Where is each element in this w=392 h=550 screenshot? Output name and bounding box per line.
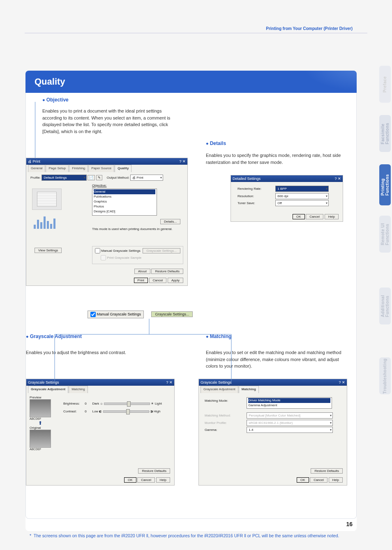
tab-page-setup[interactable]: Page Setup [46,165,69,172]
side-tab-preface[interactable]: Preface [379,66,391,103]
tab-matching[interactable]: Matching [69,386,88,393]
detailed-settings-dialog: Detailed Settings ? ✕ Rendering Rate: 1 … [231,175,343,222]
side-tab-printing[interactable]: Printing Functions [379,164,391,205]
preview-image-top [30,399,51,417]
profile-label: Profile: [30,176,41,179]
side-tab-label: Troubleshooting [383,358,387,394]
side-tab-label: Preface [383,76,387,92]
output-method-select[interactable]: 🖨 Print [130,175,163,181]
about-button[interactable]: About [134,269,150,274]
section-title-text: Quality [35,76,65,87]
help-button[interactable]: Help [156,477,170,483]
brightness-light-label: Light [155,402,162,405]
objective-item-general[interactable]: General [94,189,155,194]
manual-grayscale-checkbox[interactable] [95,248,100,253]
window-titlebar: Grayscale Settings ? ✕ [26,379,174,386]
tab-paper-source[interactable]: Paper Source [88,165,114,172]
tab-finishing[interactable]: Finishing [69,165,88,172]
matching-heading: Matching [206,334,231,339]
matching-mode-item-driver[interactable]: Driver Matching Mode [248,398,330,403]
objective-listbox[interactable]: General Publications Graphics Photos Des… [92,189,157,216]
page-root: Printing from Your Computer (Printer Dri… [0,0,392,550]
objective-field-label: Objective: [92,184,107,187]
objective-item-graphics[interactable]: Graphics [94,199,155,204]
dialog-tabs: Grayscale Adjustment Matching [28,386,173,393]
side-tab-additional[interactable]: Additional Functions [379,288,391,324]
window-title: Grayscale Settings [201,380,232,384]
grayscale-settings-button-disabled: Grayscale Settings... [143,248,180,253]
side-tab-troubleshooting[interactable]: Troubleshooting [379,357,391,394]
contrast-high-icon: ◑ [150,410,153,413]
side-tab-remote[interactable]: Remote UI Functions [379,216,391,253]
sun-dark-icon: ☼ [100,402,103,405]
tab-general[interactable]: General [28,165,45,172]
profile-icon-1[interactable]: 📄 [88,175,95,180]
tab-grayscale-adjustment[interactable]: Grayscale Adjustment [28,386,68,393]
contrast-value: 0 [85,407,91,415]
matching-mode-item-gamma[interactable]: Gamma Adjustment [248,403,330,408]
matching-method-label: Matching Method: [205,412,246,419]
tab-grayscale-adjustment[interactable]: Grayscale Adjustment [201,386,238,393]
gamma-label: Gamma: [205,426,246,434]
tab-matching[interactable]: Matching [239,386,259,393]
matching-mode-label: Matching Mode: [205,397,246,405]
window-titlebar: Grayscale Settings ? ✕ [199,379,347,386]
cancel-button[interactable]: Cancel [149,278,167,283]
callout-grayscale-settings-button[interactable]: Grayscale Settings... [151,311,193,317]
profile-select[interactable]: Default Settings [42,175,87,181]
output-method-value: Print [136,176,143,179]
restore-defaults-button[interactable]: Restore Defaults [151,269,183,274]
gamma-select[interactable]: 1.4 [247,427,333,433]
window-close-icon[interactable]: ? ✕ [334,175,343,182]
grayscale-adjustment-heading: Grayscale Adjustment [26,334,82,339]
ok-button[interactable]: OK [124,477,136,483]
window-title: Grayscale Settings [28,380,59,384]
restore-defaults-button[interactable]: Restore Defaults [311,468,343,474]
window-titlebar: Detailed Settings ? ✕ [231,175,343,182]
callout-manual-grayscale-label: Manual Grayscale Settings [97,312,141,316]
side-tab-label: Remote UI Functions [380,223,390,245]
window-close-icon[interactable]: ? ✕ [339,379,347,386]
window-close-icon[interactable]: ? ✕ [179,158,187,165]
callout-manual-grayscale-checkbox[interactable] [90,312,96,317]
toner-save-select[interactable]: Off [275,200,329,206]
arrow-up-icon: ⬆ [30,420,51,426]
breadcrumb: Printing from Your Computer (Printer Dri… [266,26,353,31]
dialog-tabs: Grayscale Adjustment Matching [201,386,345,393]
content-card: Quality Objective Enables you to print a… [25,71,357,531]
objective-item-designs[interactable]: Designs [CAD] [94,209,155,214]
dialog-tabs: General Page Setup Finishing Paper Sourc… [28,165,186,172]
view-settings-button[interactable]: View Settings [35,248,62,253]
preview-caption-top: ABCDEF [30,417,51,420]
side-tab-facsimile[interactable]: Facsimile Functions [379,115,391,152]
help-button[interactable]: Help [329,477,343,483]
resolution-select[interactable]: 600 dpi [275,193,329,199]
brightness-slider[interactable] [104,403,150,405]
profile-icon-2[interactable]: ✎ [96,175,102,180]
cancel-button[interactable]: Cancel [310,477,327,483]
ok-button[interactable]: OK [297,477,309,483]
rendering-rate-select[interactable]: 1 BPP [275,186,329,192]
objective-item-publications[interactable]: Publications [94,194,155,199]
contrast-slider[interactable] [103,410,149,413]
matching-body: Enables you to set or edit the matching … [206,349,341,370]
objective-item-photos[interactable]: Photos [94,204,155,209]
ok-button[interactable]: OK [293,214,305,219]
window-close-icon[interactable]: ? ✕ [166,379,174,386]
brightness-dark-label: Dark [92,402,99,405]
matching-mode-listbox[interactable]: Driver Matching Mode Gamma Adjustment [247,397,332,409]
sun-light-icon: ☀ [151,402,154,405]
cancel-button[interactable]: Cancel [137,477,155,483]
cancel-button[interactable]: Cancel [306,214,323,219]
tab-quality[interactable]: Quality [115,165,131,172]
brightness-label: Brightness: [63,400,84,407]
apply-button[interactable]: Apply [168,278,183,283]
help-button[interactable]: Help [325,214,339,219]
resolution-label: Resolution: [238,193,274,200]
restore-defaults-button[interactable]: Restore Defaults [138,468,170,474]
toner-save-label: Toner Save: [238,200,274,207]
matching-method-select: Perceptual [Monitor Color Matched] [247,412,333,419]
print-button[interactable]: Print [134,278,148,283]
details-button[interactable]: Details... [160,219,180,224]
print-grayscale-sample-checkbox [101,255,106,260]
